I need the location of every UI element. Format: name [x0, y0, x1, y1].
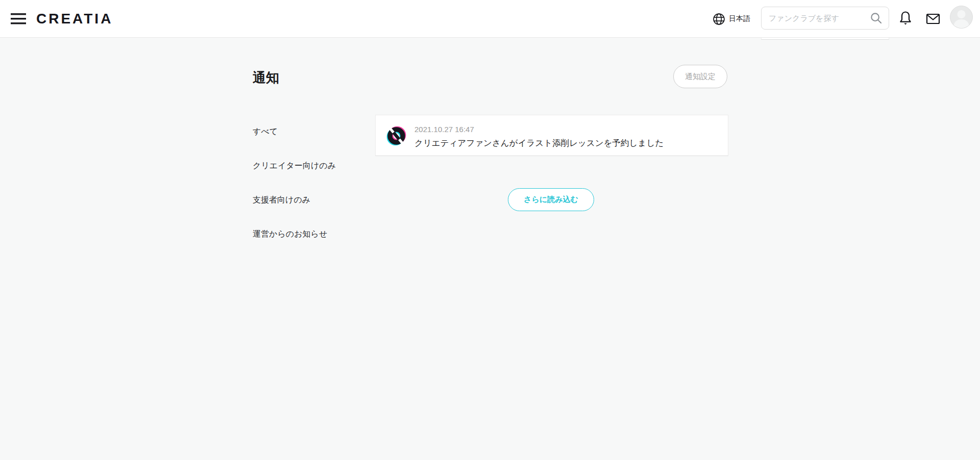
notifications-page: 通知 通知設定 すべて クリエイター向けのみ 支援者向けのみ 運営からのお知らせ…: [0, 38, 980, 460]
top-navbar: CREATIA 日本語: [0, 0, 980, 38]
fanclub-search: [761, 7, 889, 30]
notifications-bell-icon[interactable]: [899, 11, 912, 26]
notification-texts: 2021.10.27 16:47 クリエティアファンさんがイラスト添削レッスンを…: [414, 124, 664, 148]
search-suggestions-panel: [761, 38, 889, 40]
hamburger-glyph: [11, 13, 26, 24]
globe-icon: [713, 13, 725, 25]
search-icon[interactable]: [870, 12, 883, 24]
mail-icon[interactable]: [926, 13, 940, 25]
creatia-mark-avatar: [386, 125, 407, 146]
load-more-button[interactable]: さらに読み込む: [508, 188, 594, 211]
filter-from-admin[interactable]: 運営からのお知らせ: [253, 229, 336, 239]
notification-item[interactable]: 2021.10.27 16:47 クリエティアファンさんがイラスト添削レッスンを…: [375, 115, 728, 156]
notification-settings-button[interactable]: 通知設定: [673, 65, 727, 88]
notification-filters: すべて クリエイター向けのみ 支援者向けのみ 運営からのお知らせ: [253, 126, 336, 263]
creatia-logo[interactable]: CREATIA: [36, 10, 113, 28]
filter-for-supporters[interactable]: 支援者向けのみ: [253, 195, 336, 205]
filter-all[interactable]: すべて: [253, 126, 336, 136]
notification-message: クリエティアファンさんがイラスト添削レッスンを予約しました: [414, 137, 664, 148]
page-title: 通知: [253, 69, 279, 87]
hamburger-menu-icon[interactable]: [11, 13, 26, 24]
filter-for-creators[interactable]: クリエイター向けのみ: [253, 161, 336, 170]
language-label: 日本語: [729, 14, 750, 23]
user-avatar[interactable]: [950, 6, 973, 29]
notification-timestamp: 2021.10.27 16:47: [414, 124, 664, 134]
language-switcher[interactable]: 日本語: [713, 12, 750, 26]
